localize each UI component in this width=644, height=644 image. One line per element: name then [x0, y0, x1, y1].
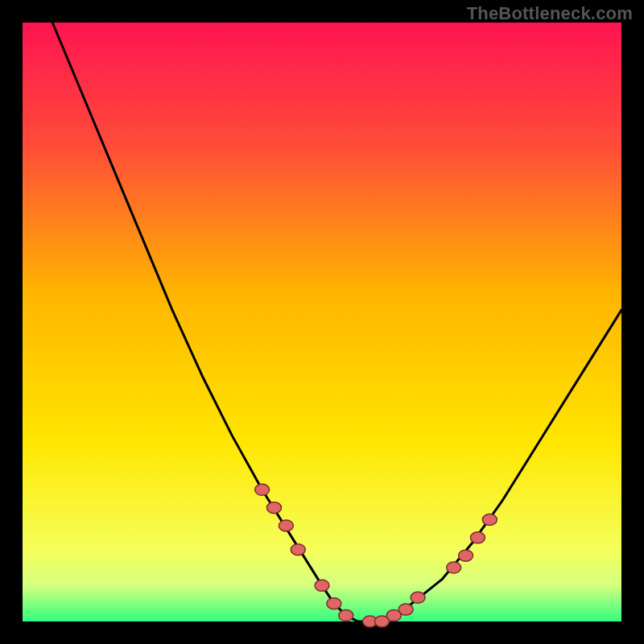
chart-stage: TheBottleneck.com — [0, 0, 644, 644]
bottleneck-chart-canvas — [0, 0, 644, 644]
watermark-label: TheBottleneck.com — [467, 3, 633, 24]
